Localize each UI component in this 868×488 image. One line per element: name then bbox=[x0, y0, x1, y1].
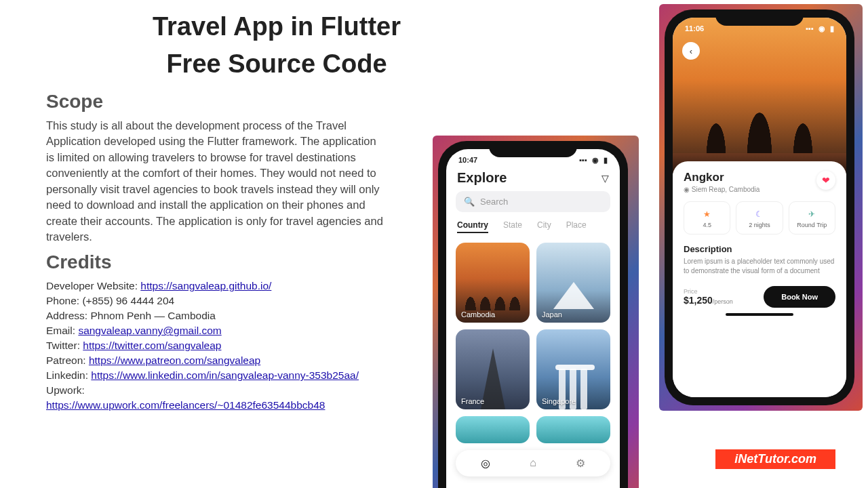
credits-address-label: Address: bbox=[46, 310, 90, 321]
credits-upwork-label: Upwork: bbox=[46, 384, 85, 396]
credits-phone-value: (+855) 96 4444 204 bbox=[82, 295, 174, 306]
chip-nights: ☾ 2 nights bbox=[736, 201, 783, 235]
phone-notch bbox=[489, 141, 577, 157]
card-label: Japan bbox=[542, 310, 562, 319]
tab-place[interactable]: Place bbox=[566, 220, 587, 233]
page-title-line2: Free Source Code bbox=[87, 49, 467, 79]
watermark-badge: iNetTutor.com bbox=[715, 449, 835, 469]
detail-phone-mockup: 11:06 ▪▪▪ ◉ ▮ ‹ Angkor bbox=[659, 4, 863, 411]
scope-body: This study is all about the development … bbox=[46, 118, 385, 245]
phone-notch bbox=[715, 9, 804, 26]
destination-card-singapore[interactable]: Singapore bbox=[536, 329, 610, 409]
star-icon: ★ bbox=[703, 209, 711, 219]
card-label: Singapore bbox=[542, 397, 576, 405]
credits-dev-label: Developer Website: bbox=[46, 280, 140, 291]
destination-card-more[interactable] bbox=[536, 416, 610, 443]
credits-body: Developer Website: https://sangvaleap.gi… bbox=[46, 279, 399, 413]
tab-city[interactable]: City bbox=[537, 220, 551, 233]
nav-explore-icon[interactable]: ◎ bbox=[481, 457, 490, 470]
credits-address-value: Phnom Penh — Cambodia bbox=[90, 310, 215, 321]
credits-dev-link[interactable]: https://sangvaleap.github.io/ bbox=[140, 280, 271, 291]
wifi-icon: ◉ bbox=[818, 24, 825, 33]
credits-email-label: Email: bbox=[46, 325, 78, 336]
explore-phone-mockup: 10:47 ▪▪▪ ◉ ▮ Explore ▽ 🔍 Search Country… bbox=[433, 136, 639, 488]
nav-settings-icon[interactable]: ⚙ bbox=[576, 457, 585, 470]
destination-card-more[interactable] bbox=[456, 416, 530, 443]
search-icon: 🔍 bbox=[464, 197, 475, 207]
signal-icon: ▪▪▪ bbox=[806, 24, 814, 33]
filter-icon[interactable]: ▽ bbox=[601, 173, 609, 184]
description-body: Lorem ipsum is a placeholder text common… bbox=[684, 257, 835, 275]
credits-twitter-link[interactable]: https://twitter.com/sangvaleap bbox=[83, 340, 221, 351]
status-time: 10:47 bbox=[458, 156, 477, 165]
price-value: $1,250/person bbox=[684, 295, 733, 306]
chip-rating-value: 4.5 bbox=[687, 222, 727, 228]
signal-icon: ▪▪▪ bbox=[579, 156, 587, 164]
home-indicator bbox=[726, 313, 793, 316]
card-label: France bbox=[461, 397, 484, 405]
credits-linkedin-link[interactable]: https://www.linkedin.com/in/sangvaleap-v… bbox=[91, 369, 359, 381]
place-location: ◉ Siem Reap, Cambodia bbox=[684, 186, 760, 193]
credits-twitter-label: Twitter: bbox=[46, 340, 83, 351]
book-now-button[interactable]: Book Now bbox=[764, 286, 835, 308]
chip-rating: ★ 4.5 bbox=[684, 201, 730, 235]
credits-patreon-link[interactable]: https://www.patreon.com/sangvaleap bbox=[89, 354, 260, 366]
bottom-navigation: ◎ ⌂ ⚙ bbox=[456, 450, 610, 476]
description-heading: Description bbox=[684, 244, 835, 254]
search-placeholder: Search bbox=[480, 197, 508, 207]
search-input[interactable]: 🔍 Search bbox=[456, 191, 610, 212]
credits-linkedin-label: Linkedin: bbox=[46, 369, 91, 381]
destination-card-france[interactable]: France bbox=[456, 329, 530, 409]
back-button[interactable]: ‹ bbox=[682, 42, 700, 60]
credits-email-link[interactable]: sangvaleap.vanny@gmail.com bbox=[78, 325, 221, 336]
explore-title: Explore bbox=[457, 170, 507, 186]
wifi-icon: ◉ bbox=[592, 156, 599, 164]
tab-country[interactable]: Country bbox=[457, 220, 488, 233]
credits-heading: Credits bbox=[46, 251, 426, 273]
destination-card-cambodia[interactable]: Cambodia bbox=[456, 243, 530, 323]
place-name: Angkor bbox=[684, 171, 760, 184]
page-title-line1: Travel App in Flutter bbox=[87, 12, 467, 41]
category-tabs: Country State City Place bbox=[446, 212, 620, 239]
credits-phone-label: Phone: bbox=[46, 295, 82, 306]
pin-icon: ◉ bbox=[684, 186, 692, 193]
tab-state[interactable]: State bbox=[503, 220, 522, 233]
chip-trip-value: Round Trip bbox=[792, 222, 832, 228]
hero-image: 11:06 ▪▪▪ ◉ ▮ ‹ bbox=[673, 18, 846, 174]
status-time: 11:06 bbox=[685, 24, 704, 33]
favorite-button[interactable]: ❤ bbox=[816, 171, 835, 190]
plane-icon: ✈ bbox=[808, 209, 815, 219]
credits-upwork-link[interactable]: https://www.upwork.com/freelancers/~0148… bbox=[46, 399, 325, 411]
battery-icon: ▮ bbox=[604, 156, 608, 164]
nav-home-icon[interactable]: ⌂ bbox=[530, 457, 536, 470]
price-label: Price bbox=[684, 288, 733, 295]
chip-nights-value: 2 nights bbox=[739, 222, 779, 228]
card-label: Cambodia bbox=[461, 310, 495, 319]
battery-icon: ▮ bbox=[830, 24, 834, 33]
moon-icon: ☾ bbox=[755, 209, 763, 219]
destination-card-japan[interactable]: Japan bbox=[536, 243, 610, 323]
credits-patreon-label: Patreon: bbox=[46, 354, 89, 366]
scope-heading: Scope bbox=[46, 91, 426, 113]
chip-trip: ✈ Round Trip bbox=[789, 201, 835, 235]
